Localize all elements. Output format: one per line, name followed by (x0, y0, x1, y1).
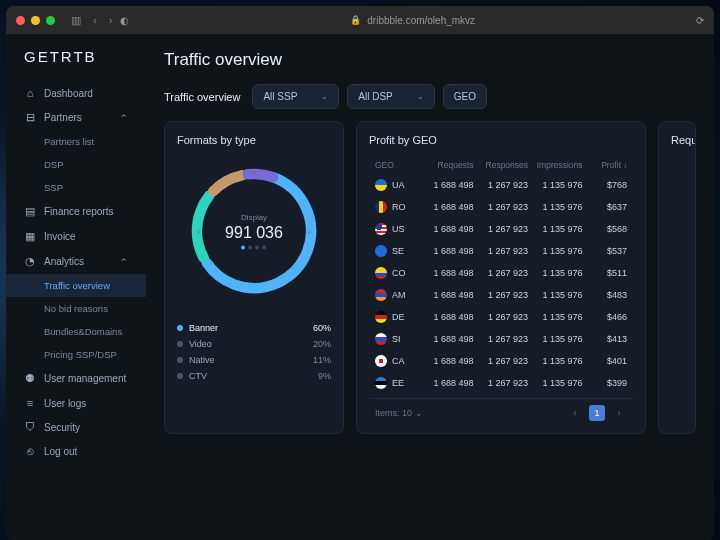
nav-partners-list[interactable]: Partners list (6, 130, 146, 153)
nav-dsp[interactable]: DSP (6, 153, 146, 176)
nav-finance[interactable]: ▤Finance reports (6, 199, 146, 224)
formats-panel: Formats by type ‹ › Display 991 036 (164, 121, 344, 434)
geo-panel: Profit by GEO GEO Requests Responses Imp… (356, 121, 646, 434)
nav-user-logs[interactable]: ≡User logs (6, 391, 146, 415)
requests-cell: 1 688 498 (423, 378, 474, 388)
country-cell: US (375, 223, 419, 235)
page-prev-icon[interactable]: ‹ (567, 405, 583, 421)
table-row[interactable]: DE1 688 4981 267 9231 135 976$466 (369, 306, 633, 328)
table-row[interactable]: SE1 688 4981 267 9231 135 976$537 (369, 240, 633, 262)
dsp-select[interactable]: All DSP⌄ (347, 84, 434, 109)
legend-name: Native (189, 355, 307, 365)
geo-title: Profit by GEO (369, 134, 633, 146)
profit-cell: $413 (587, 334, 627, 344)
chevron-down-icon: ⌄ (417, 92, 424, 101)
requests-panel: Reque (658, 121, 696, 434)
forward-icon[interactable]: › (109, 14, 113, 27)
legend-item[interactable]: Native11% (177, 352, 331, 368)
nav-dashboard[interactable]: ⌂Dashboard (6, 81, 146, 105)
report-icon: ▤ (24, 205, 36, 218)
table-row[interactable]: CA1 688 4981 267 9231 135 976$401 (369, 350, 633, 372)
dot-indicator[interactable] (249, 246, 253, 250)
country-cell: CO (375, 267, 419, 279)
ssp-select[interactable]: All SSP⌄ (252, 84, 339, 109)
requests-cell: 1 688 498 (423, 290, 474, 300)
responses-cell: 1 267 923 (478, 246, 529, 256)
table-row[interactable]: UA1 688 4981 267 9231 135 976$768 (369, 174, 633, 196)
legend-dot-icon (177, 373, 183, 379)
legend-dot-icon (177, 341, 183, 347)
items-per-page[interactable]: Items: 10 ⌄ (375, 408, 423, 418)
dot-indicator[interactable] (263, 246, 267, 250)
nav-invoice[interactable]: ▦Invoice (6, 224, 146, 249)
table-row[interactable]: SI1 688 4981 267 9231 135 976$413 (369, 328, 633, 350)
nav-logout[interactable]: ⎋Log out (6, 439, 146, 463)
responses-cell: 1 267 923 (478, 224, 529, 234)
formats-legend: Banner60%Video20%Native11%CTV9% (177, 320, 331, 384)
col-impressions[interactable]: Impressions (532, 160, 583, 170)
geo-select[interactable]: GEO (443, 84, 487, 109)
nav-traffic-overview[interactable]: Traffic overview (6, 274, 146, 297)
responses-cell: 1 267 923 (478, 356, 529, 366)
legend-item[interactable]: CTV9% (177, 368, 331, 384)
home-icon: ⌂ (24, 87, 36, 99)
donut-pagination (225, 246, 283, 250)
country-cell: SE (375, 245, 419, 257)
nav-bundles[interactable]: Bundles&Domains (6, 320, 146, 343)
back-icon[interactable]: ‹ (93, 14, 97, 27)
nav-ssp[interactable]: SSP (6, 176, 146, 199)
legend-item[interactable]: Banner60% (177, 320, 331, 336)
nav-analytics[interactable]: ◔Analytics⌃ (6, 249, 146, 274)
legend-item[interactable]: Video20% (177, 336, 331, 352)
reload-icon[interactable]: ⟳ (696, 15, 704, 26)
maximize-window-icon[interactable] (46, 16, 55, 25)
table-row[interactable]: AM1 688 4981 267 9231 135 976$483 (369, 284, 633, 306)
nav-pricing[interactable]: Pricing SSP/DSP (6, 343, 146, 366)
profit-cell: $568 (587, 224, 627, 234)
page-next-icon[interactable]: › (611, 405, 627, 421)
url-text[interactable]: dribbble.com/oleh_mkvz (367, 15, 475, 26)
impressions-cell: 1 135 976 (532, 180, 583, 190)
legend-name: CTV (189, 371, 312, 381)
responses-cell: 1 267 923 (478, 312, 529, 322)
table-row[interactable]: RO1 688 4981 267 9231 135 976$637 (369, 196, 633, 218)
donut-next-icon[interactable]: › (308, 226, 311, 237)
nav-partners[interactable]: ⊟Partners⌃ (6, 105, 146, 130)
nav-no-bid[interactable]: No bid reasons (6, 297, 146, 320)
legend-pct: 11% (313, 355, 331, 365)
country-cell: AM (375, 289, 419, 301)
browser-chrome: ▥ ‹ › ◐ 🔒 dribbble.com/oleh_mkvz ⟳ (6, 6, 714, 34)
col-profit[interactable]: Profit↓ (587, 160, 627, 170)
donut-prev-icon[interactable]: ‹ (197, 226, 200, 237)
donut-center-label: Display (225, 213, 283, 222)
profit-cell: $637 (587, 202, 627, 212)
close-window-icon[interactable] (16, 16, 25, 25)
col-responses[interactable]: Responses (478, 160, 529, 170)
requests-cell: 1 688 498 (423, 180, 474, 190)
page-current[interactable]: 1 (589, 405, 605, 421)
dot-indicator[interactable] (256, 246, 260, 250)
table-row[interactable]: EE1 688 4981 267 9231 135 976$399 (369, 372, 633, 394)
sidebar-toggle-icon[interactable]: ▥ (71, 14, 81, 27)
col-geo[interactable]: GEO (375, 160, 419, 170)
legend-name: Video (189, 339, 307, 349)
impressions-cell: 1 135 976 (532, 356, 583, 366)
profit-cell: $511 (587, 268, 627, 278)
requests-cell: 1 688 498 (423, 312, 474, 322)
table-row[interactable]: CO1 688 4981 267 9231 135 976$511 (369, 262, 633, 284)
country-cell: RO (375, 201, 419, 213)
flag-icon (375, 179, 387, 191)
invoice-icon: ▦ (24, 230, 36, 243)
chevron-up-icon: ⌃ (120, 257, 128, 267)
col-requests[interactable]: Requests (423, 160, 474, 170)
responses-cell: 1 267 923 (478, 180, 529, 190)
nav-security[interactable]: ⛉Security (6, 415, 146, 439)
nav-user-management[interactable]: ⚉User management (6, 366, 146, 391)
page-title: Traffic overview (164, 50, 696, 70)
geo-table-footer: Items: 10 ⌄ ‹ 1 › (369, 398, 633, 421)
table-row[interactable]: US1 688 4981 267 9231 135 976$568 (369, 218, 633, 240)
shield-icon[interactable]: ◐ (120, 15, 129, 26)
minimize-window-icon[interactable] (31, 16, 40, 25)
users-icon: ⚉ (24, 372, 36, 385)
dot-indicator[interactable] (242, 246, 246, 250)
